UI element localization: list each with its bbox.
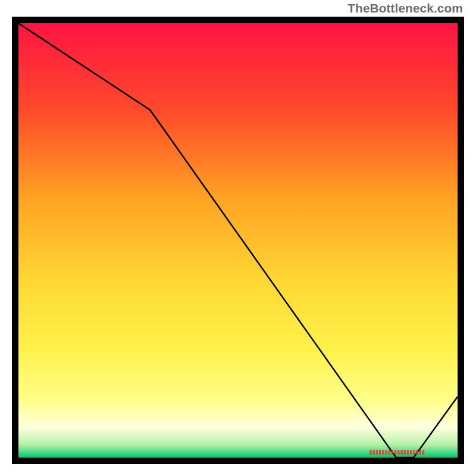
bottleneck-chart [0,0,476,476]
svg-rect-8 [392,450,393,455]
svg-rect-12 [404,450,406,455]
svg-rect-18 [422,450,424,455]
heat-gradient-bg [18,23,458,458]
svg-rect-13 [407,450,409,455]
svg-rect-15 [413,450,415,455]
svg-rect-5 [382,450,384,455]
svg-rect-3 [376,450,378,455]
svg-rect-2 [373,450,375,455]
svg-rect-6 [385,450,387,455]
svg-rect-17 [419,450,421,455]
attribution-label: TheBottleneck.com [347,1,463,15]
svg-rect-16 [416,450,418,455]
svg-rect-1 [369,450,371,455]
svg-rect-9 [394,450,396,455]
svg-rect-4 [379,450,381,455]
svg-rect-11 [400,450,402,455]
svg-rect-14 [410,450,412,455]
svg-rect-7 [389,450,390,455]
chart-container: TheBottleneck.com [0,0,476,476]
svg-rect-10 [397,450,399,455]
